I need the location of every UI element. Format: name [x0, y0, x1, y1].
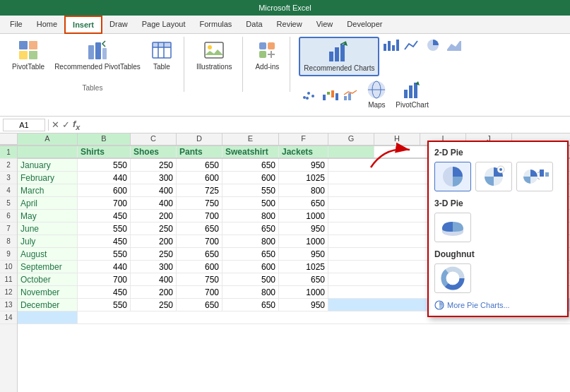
- cell-b1[interactable]: Shirts: [78, 146, 131, 158]
- pie-chart-3d-btn[interactable]: [434, 213, 471, 242]
- cell-data[interactable]: 650: [177, 299, 222, 311]
- cell-month[interactable]: September: [18, 261, 78, 273]
- cell-data[interactable]: 200: [131, 286, 177, 298]
- cell-data[interactable]: 200: [131, 235, 177, 247]
- cell-data[interactable]: 500: [222, 197, 279, 209]
- cell-month-july[interactable]: July: [18, 235, 78, 247]
- cell-data[interactable]: 200: [131, 210, 177, 222]
- cell-data[interactable]: 550: [78, 159, 131, 171]
- cell-data[interactable]: 725: [177, 184, 222, 196]
- cell-reference[interactable]: [3, 119, 45, 131]
- confirm-formula-icon[interactable]: ✓: [62, 119, 70, 130]
- cancel-formula-icon[interactable]: ✕: [52, 119, 59, 130]
- maps-button[interactable]: Maps: [362, 78, 391, 112]
- cell-data[interactable]: 650: [177, 159, 222, 171]
- cell-data[interactable]: 600: [177, 261, 222, 273]
- row-num-7[interactable]: 7: [0, 222, 17, 235]
- cell-month[interactable]: August: [18, 248, 78, 260]
- col-header-e[interactable]: E: [222, 133, 279, 145]
- cell-data[interactable]: 550: [78, 248, 131, 260]
- cell-data[interactable]: 440: [78, 172, 131, 184]
- recommended-pivot-button[interactable]: Recommended PivotTables: [51, 37, 144, 73]
- tab-data[interactable]: Data: [239, 15, 269, 33]
- more-pie-charts-link[interactable]: More Pie Charts...: [434, 300, 562, 310]
- cell-data[interactable]: 700: [177, 286, 222, 298]
- row-num-8[interactable]: 8: [0, 235, 17, 248]
- pie-chart-bar-btn[interactable]: [516, 162, 553, 191]
- cell-f1[interactable]: Jackets: [279, 146, 328, 158]
- cell-month[interactable]: March: [18, 184, 78, 196]
- cell-data[interactable]: 700: [177, 210, 222, 222]
- tab-page-layout[interactable]: Page Layout: [135, 15, 193, 33]
- cell-data[interactable]: 650: [222, 159, 279, 171]
- tab-developer[interactable]: Developer: [340, 15, 389, 33]
- cell-month[interactable]: April: [18, 197, 78, 209]
- cell-data[interactable]: 300: [131, 261, 177, 273]
- bar-chart-button[interactable]: [381, 37, 400, 54]
- waterfall-chart-button[interactable]: [320, 86, 340, 103]
- row-num-6[interactable]: 6: [0, 210, 17, 222]
- cell-data[interactable]: 950: [279, 248, 328, 260]
- area-chart-button[interactable]: [444, 37, 464, 54]
- recommended-charts-button[interactable]: Recommended Charts: [299, 37, 379, 76]
- cell-data[interactable]: 800: [222, 286, 279, 298]
- cell-month-october[interactable]: October: [18, 273, 78, 285]
- cell-data[interactable]: 600: [78, 184, 131, 196]
- tab-home[interactable]: Home: [30, 15, 64, 33]
- cell-data[interactable]: 1000: [279, 235, 328, 247]
- cell-data[interactable]: 1025: [279, 261, 328, 273]
- scatter-chart-button[interactable]: [299, 86, 319, 103]
- cell-data[interactable]: 250: [131, 222, 177, 234]
- row-num-13[interactable]: 13: [0, 299, 17, 311]
- tab-file[interactable]: File: [3, 15, 30, 33]
- insert-function-icon[interactable]: fx: [73, 119, 80, 131]
- cell-data[interactable]: 750: [177, 197, 222, 209]
- cell-data[interactable]: 400: [131, 197, 177, 209]
- cell-c1[interactable]: Shoes: [131, 146, 177, 158]
- cell-data[interactable]: 300: [131, 172, 177, 184]
- cell-d1[interactable]: Pants: [177, 146, 222, 158]
- row-num-14[interactable]: 14: [0, 311, 17, 324]
- cell-data[interactable]: 500: [222, 273, 279, 285]
- cell-empty[interactable]: [18, 311, 78, 323]
- cell-data[interactable]: 1000: [279, 210, 328, 222]
- combo-chart-button[interactable]: [341, 86, 361, 103]
- cell-data[interactable]: 1025: [279, 172, 328, 184]
- col-header-f[interactable]: F: [279, 133, 328, 145]
- row-num-12[interactable]: 12: [0, 286, 17, 299]
- cell-month[interactable]: May: [18, 210, 78, 222]
- cell-data[interactable]: 250: [131, 159, 177, 171]
- table-button[interactable]: Table: [147, 37, 177, 73]
- row-num-3[interactable]: 3: [0, 172, 17, 184]
- cell-month-jan[interactable]: January: [18, 159, 78, 171]
- addins-button[interactable]: Add-ins: [251, 37, 283, 73]
- cell-data[interactable]: 950: [279, 222, 328, 234]
- cell-data[interactable]: 800: [279, 184, 328, 196]
- pivot-chart-button[interactable]: PivotChart: [392, 78, 432, 112]
- cell-e1[interactable]: Sweatshirt: [222, 146, 279, 158]
- cell-data[interactable]: 450: [78, 286, 131, 298]
- cell-data[interactable]: 250: [131, 248, 177, 260]
- cell-data[interactable]: 440: [78, 261, 131, 273]
- illustrations-button[interactable]: Illustrations: [193, 37, 236, 73]
- pie-chart-button[interactable]: [423, 37, 443, 54]
- cell-data[interactable]: 650: [222, 222, 279, 234]
- cell-data[interactable]: 650: [222, 248, 279, 260]
- col-header-d[interactable]: D: [177, 133, 222, 145]
- cell-data[interactable]: 800: [222, 210, 279, 222]
- cell-data[interactable]: 650: [279, 197, 328, 209]
- row-num-1[interactable]: 1: [0, 146, 17, 159]
- tab-formulas[interactable]: Formulas: [193, 15, 239, 33]
- cell-data[interactable]: 550: [222, 184, 279, 196]
- row-num-9[interactable]: 9: [0, 248, 17, 261]
- tab-insert[interactable]: Insert: [64, 16, 102, 34]
- cell-month[interactable]: June: [18, 222, 78, 234]
- row-num-11[interactable]: 11: [0, 273, 17, 286]
- cell-data[interactable]: 450: [78, 210, 131, 222]
- col-header-b[interactable]: B: [78, 133, 131, 145]
- col-header-a[interactable]: A: [18, 133, 78, 145]
- cell-data[interactable]: 700: [78, 273, 131, 285]
- cell-data[interactable]: 950: [279, 159, 328, 171]
- pie-chart-filled-btn[interactable]: [434, 162, 471, 191]
- cell-data[interactable]: 450: [78, 235, 131, 247]
